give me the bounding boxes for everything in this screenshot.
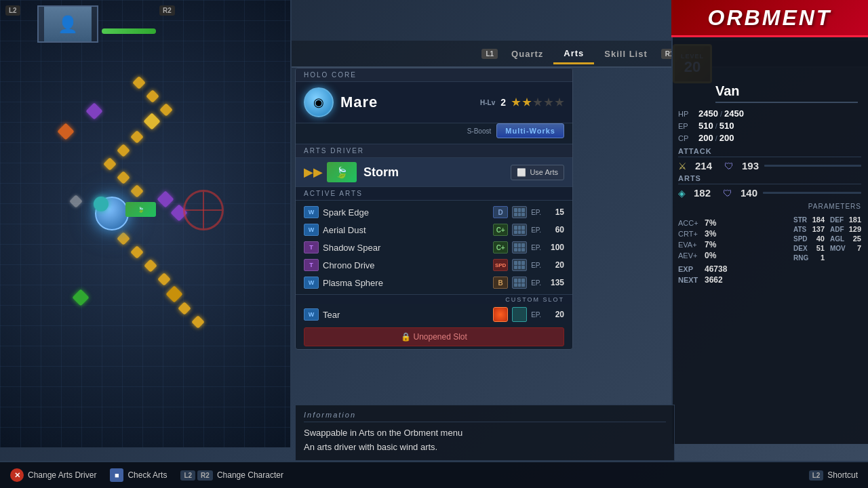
cp-max: 200 <box>719 133 734 143</box>
art-grid-1 <box>512 224 527 236</box>
fire-icon <box>493 307 508 322</box>
ep-label: EP <box>678 122 698 130</box>
tab-arts[interactable]: Arts <box>553 44 594 64</box>
art-grid-3 <box>512 259 527 271</box>
ep-slash: / <box>715 122 717 130</box>
eva-label: EVA+ <box>678 241 702 249</box>
tab-skill-list[interactable]: Skill List <box>594 45 657 63</box>
art-row-chrono-drive[interactable]: T Chrono Drive SPD EP. 20 <box>296 256 572 274</box>
sword-icon: ⚔ <box>678 161 687 171</box>
exp-label: EXP <box>678 265 702 273</box>
l2-badge[interactable]: L2 <box>5 5 20 16</box>
grid-overlay <box>0 0 290 447</box>
use-arts-label: Use Arts <box>530 168 558 176</box>
star-1 <box>511 98 521 107</box>
ep-value-2: 100 <box>545 243 564 252</box>
holo-name: Mare <box>340 94 480 111</box>
multiworks-button[interactable]: Multi-Works <box>496 123 564 138</box>
sboost-label: S-Boost <box>467 127 492 135</box>
art-name-3: Chrono Drive <box>323 260 489 270</box>
orbment-grid-panel: 👤 L2 R2 🍃 <box>0 0 292 447</box>
hp-label: HP <box>678 110 698 118</box>
r2-btn: R2 <box>197 470 213 481</box>
art-grid-4 <box>512 277 527 289</box>
wind-art-icon: 🍃 <box>125 202 156 217</box>
shortcut-label: Shortcut <box>827 470 858 480</box>
art-grade-4: B <box>493 277 508 289</box>
next-value: 3662 <box>705 275 723 285</box>
stars <box>511 98 564 107</box>
info-title: Information <box>304 411 666 422</box>
teal-grid-icon <box>512 307 527 322</box>
param-mov: MOV 7 <box>830 244 861 252</box>
shield-icon-arts: 🛡 <box>723 188 732 199</box>
shortcut-area[interactable]: L2 Shortcut <box>809 470 858 481</box>
information-panel: Information Swappable in Arts on the Orb… <box>295 405 675 461</box>
star-2 <box>522 98 532 107</box>
ep-max: 510 <box>719 121 734 131</box>
character-portrait: 👤 <box>37 5 98 43</box>
art-row-spark-edge[interactable]: W Spark Edge D EP. 15 <box>296 203 572 221</box>
art-row-shadow-spear[interactable]: T Shadow Spear C+ EP. 100 <box>296 239 572 256</box>
l2-btn: L2 <box>180 470 195 481</box>
info-line2: An arts driver with basic wind arts. <box>304 441 666 455</box>
param-str: STR 184 <box>793 216 825 224</box>
attack-bar <box>764 165 861 167</box>
r2-badge[interactable]: R2 <box>159 5 175 16</box>
change-character-btn[interactable]: L2 R2 Change Character <box>180 470 283 481</box>
attack-row: ⚔ 214 🛡 193 <box>678 160 861 171</box>
star-4 <box>544 98 553 107</box>
art-grade-1: C+ <box>493 224 508 236</box>
params-col: STR 184 DEF 181 ATS 137 ADF 129 <box>793 216 861 286</box>
aev-value: 0% <box>705 251 716 260</box>
custom-art-name: Tear <box>323 310 489 320</box>
ep-value-4: 135 <box>545 278 564 287</box>
holo-core-header: HOLO CORE <box>296 68 572 82</box>
driver-icon: 🍃 <box>327 162 357 182</box>
hlv-label: H-Lv <box>480 99 495 106</box>
art-type-t-1: T <box>304 259 319 271</box>
x-button-icon: ✕ <box>10 468 24 482</box>
arts-driver-row[interactable]: ▶▶ 🍃 Storm ⬜ Use Arts <box>296 158 572 187</box>
cross-target <box>183 190 224 230</box>
change-arts-driver-label: Change Arts Driver <box>28 470 96 480</box>
bonus-stats-col: ACC+ 7% CRT+ 3% EVA+ 7% AEV+ 0% <box>678 216 787 286</box>
ep-label-custom: EP. <box>531 311 541 319</box>
check-arts-btn[interactable]: ■ Check Arts <box>110 468 167 482</box>
node-teal-1[interactable] <box>94 197 108 211</box>
ep-current: 510 <box>698 121 713 131</box>
tab-quartz[interactable]: Quartz <box>501 45 553 63</box>
ep-value-0: 15 <box>545 207 564 217</box>
art-name-4: Plasma Sphere <box>323 278 489 288</box>
right-stats-panel: Van HP 2450 / 2450 EP 510 / 510 CP 200 /… <box>671 37 868 444</box>
driver-name: Storm <box>363 165 511 180</box>
use-arts-icon: ⬜ <box>517 168 526 177</box>
vitals-section: HP 2450 / 2450 EP 510 / 510 CP 200 / 200 <box>678 108 861 143</box>
unopened-slot: 🔒 Unopened Slot <box>304 327 564 346</box>
change-arts-driver-btn[interactable]: ✕ Change Arts Driver <box>10 468 96 482</box>
use-arts-button[interactable]: ⬜ Use Arts <box>511 165 564 180</box>
acc-row: ACC+ 7% <box>678 218 787 228</box>
custom-slot-row[interactable]: W Tear EP. 20 <box>296 304 572 325</box>
hp-current: 2450 <box>698 108 718 119</box>
next-row: NEXT 3662 <box>678 275 787 285</box>
portrait-image: 👤 <box>44 5 92 43</box>
attack-shield-val: 193 <box>742 160 759 171</box>
check-arts-label: Check Arts <box>127 470 167 480</box>
ep-label-2: EP. <box>531 244 541 251</box>
param-ats: ATS 137 <box>793 225 825 233</box>
param-adf: ADF 129 <box>830 225 861 233</box>
eva-row: EVA+ 7% <box>678 240 787 249</box>
cp-row: CP 200 / 200 <box>678 133 861 143</box>
arts-list: W Spark Edge D EP. 15 W Aerial Dust C+ E… <box>296 201 572 294</box>
hp-row: HP 2450 / 2450 <box>678 108 861 119</box>
l1-badge[interactable]: L1 <box>481 49 498 59</box>
cp-slash: / <box>715 134 717 142</box>
arts-bar <box>763 192 861 194</box>
hp-max: 2450 <box>724 108 744 119</box>
params-grid: STR 184 DEF 181 ATS 137 ADF 129 <box>793 216 861 262</box>
art-row-plasma-sphere[interactable]: W Plasma Sphere B EP. 135 <box>296 274 572 291</box>
art-row-aerial-dust[interactable]: W Aerial Dust C+ EP. 60 <box>296 221 572 239</box>
ep-row: EP 510 / 510 <box>678 121 861 131</box>
stats-area: HP 2450 / 2450 EP 510 / 510 CP 200 / 200… <box>678 108 861 286</box>
